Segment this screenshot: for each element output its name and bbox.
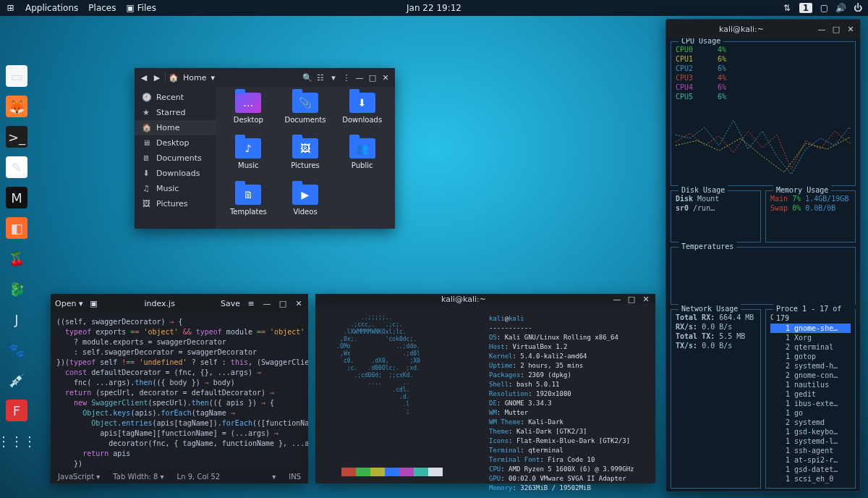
sidebar-item-home[interactable]: 🏠Home — [135, 120, 216, 135]
status-insert-mode[interactable]: INS — [289, 473, 301, 481]
menu-files[interactable]: ▣ Files — [126, 3, 156, 13]
gotop-minimize-button[interactable]: — — [817, 24, 827, 34]
folder-documents[interactable]: 📎Documents — [277, 93, 334, 137]
forward-button[interactable]: ▶ — [152, 72, 162, 83]
process-row[interactable]: 2systemd — [770, 418, 851, 427]
location-label[interactable]: Home — [183, 73, 206, 83]
new-tab-button[interactable]: ▣ — [88, 298, 98, 308]
gotop-close-button[interactable]: ✕ — [846, 24, 856, 34]
launcher-bettercap[interactable]: 🐾 — [6, 339, 27, 360]
sidebar-item-documents[interactable]: 🗎Documents — [135, 151, 216, 166]
process-row[interactable]: 1at-spi2-r… — [770, 455, 851, 465]
neofetch-row-uptime: Uptime: 2 hours, 35 mins — [489, 361, 648, 370]
activities-icon[interactable]: ⊞ — [6, 4, 15, 13]
neofetch-row-memory: Memory: 3263MiB / 19502MiB — [489, 484, 648, 492]
sidebar-item-desktop[interactable]: 🖥Desktop — [135, 135, 216, 151]
menu-applications[interactable]: Applications — [25, 3, 78, 13]
terminal-minimize-button[interactable]: — — [612, 294, 622, 304]
folder-pictures[interactable]: 🖼Pictures — [277, 138, 334, 182]
view-toggle-icon[interactable]: ☷ — [315, 72, 326, 83]
hamburger-icon[interactable]: ⋮ — [341, 72, 352, 83]
launcher-firefox[interactable]: 🦊 — [6, 96, 27, 117]
process-row[interactable]: 1ibus-exte… — [770, 399, 851, 408]
process-row[interactable]: 1go — [770, 408, 851, 418]
folder-templates[interactable]: 🗎Templates — [220, 185, 277, 229]
back-button[interactable]: ◀ — [139, 72, 149, 83]
process-row[interactable]: 1ssh-agent — [770, 446, 851, 455]
process-row[interactable]: 2systemd-h… — [770, 361, 851, 371]
memory-row: Main 7% 1.4GB/19GB — [770, 194, 851, 203]
folder-videos[interactable]: ▶Videos — [277, 185, 334, 229]
home-icon[interactable]: 🏠 — [169, 73, 179, 83]
launcher-burpsuite[interactable]: ◧ — [6, 217, 27, 239]
workspace-indicator[interactable]: 1 — [799, 3, 812, 13]
launcher-cherrytree[interactable]: 🍒 — [6, 248, 27, 269]
clock[interactable]: Jan 22 19:12 — [407, 3, 461, 13]
path-dropdown-icon[interactable]: ▾ — [210, 73, 215, 83]
editor-code-area[interactable]: ((self, swaggerDecorator) ⇒ { typeof exp… — [51, 313, 308, 469]
process-row[interactable]: 1gsd-datet… — [770, 465, 851, 474]
open-button[interactable]: Open ▾ — [55, 299, 82, 308]
launcher-metasploit[interactable]: M — [6, 187, 27, 208]
launcher-terminal[interactable]: >_ — [6, 126, 27, 148]
folder-icon: 🖼 — [292, 138, 318, 159]
cpu-row: CPU34% — [676, 73, 851, 83]
sidebar-item-label: Starred — [156, 108, 185, 117]
minimize-button[interactable]: — — [354, 72, 365, 83]
gotop-maximize-button[interactable]: □ — [831, 24, 841, 34]
launcher-editor[interactable]: ✎ — [6, 156, 27, 178]
process-row[interactable]: 2qterminal — [770, 342, 851, 352]
folder-public[interactable]: 👥Public — [333, 138, 391, 182]
launcher-files[interactable]: ▭ — [6, 65, 27, 87]
process-row[interactable]: 1scsi_eh_0 — [770, 474, 851, 484]
process-panel-label: Proce 1 - 17 of 179 — [773, 304, 855, 323]
process-row[interactable]: 1gedit — [770, 389, 851, 399]
launcher-john[interactable]: J — [6, 308, 27, 330]
terminal-close-button[interactable]: ✕ — [641, 294, 651, 304]
view-dropdown-icon[interactable]: ▾ — [328, 72, 339, 83]
launcher-ghidra[interactable]: 🐉 — [6, 278, 27, 300]
folder-label: Public — [352, 161, 373, 169]
neofetch-row-terminal: Terminal: qterminal — [489, 446, 648, 455]
sidebar-item-downloads[interactable]: ⬇Downloads — [135, 166, 216, 181]
process-row[interactable]: 1gnome-she… — [770, 324, 851, 333]
launcher-ffuf[interactable]: F — [6, 400, 27, 421]
editor-hamburger-icon[interactable]: ≡ — [246, 298, 256, 308]
search-icon[interactable]: 🔍 — [302, 72, 312, 83]
neofetch-row-de: DE: GNOME 3.34.3 — [489, 399, 648, 408]
screen-icon[interactable]: ▢ — [820, 4, 829, 13]
launcher-apps[interactable]: ⋮⋮⋮ — [6, 430, 27, 452]
process-row[interactable]: 1Xorg — [770, 333, 851, 342]
editor-close-button[interactable]: ✕ — [294, 298, 304, 308]
status-language[interactable]: JavaScript ▾ — [58, 473, 100, 481]
launcher-sqlmap[interactable]: 💉 — [6, 369, 27, 391]
save-button[interactable]: Save — [221, 299, 240, 308]
network-icon[interactable]: ⇅ — [783, 4, 792, 13]
process-table[interactable]: 1gnome-she…1Xorg2qterminal1gotop2systemd… — [770, 324, 851, 484]
neofetch-ascii-art: ..;;;;;.. .;ccc,. .;c;. .lXWMMMMWNKOxl;l… — [323, 314, 489, 492]
process-row[interactable]: 1nautilus — [770, 380, 851, 389]
sidebar-item-starred[interactable]: ★Starred — [135, 105, 216, 120]
terminal-title: kali@kali:~ — [320, 295, 608, 304]
sidebar-item-recent[interactable]: 🕘Recent — [135, 90, 216, 105]
status-dropdown[interactable]: ▾ — [272, 473, 276, 481]
process-row[interactable]: 1gsd-keybo… — [770, 427, 851, 436]
folder-downloads[interactable]: ⬇Downloads — [333, 93, 391, 137]
home-icon: 🏠 — [142, 123, 150, 132]
process-row[interactable]: 1systemd-l… — [770, 436, 851, 446]
sidebar-item-music[interactable]: ♫Music — [135, 181, 216, 196]
folder-desktop[interactable]: …Desktop — [220, 93, 277, 137]
maximize-button[interactable]: □ — [367, 72, 378, 83]
folder-music[interactable]: ♪Music — [220, 138, 277, 182]
editor-maximize-button[interactable]: □ — [278, 298, 288, 308]
menu-places[interactable]: Places — [88, 3, 116, 13]
volume-icon[interactable]: 🔊 — [836, 4, 846, 13]
process-row[interactable]: 1gotop — [770, 352, 851, 361]
process-row[interactable]: 2gnome-con… — [770, 371, 851, 380]
power-icon[interactable]: ⏻ — [853, 4, 862, 13]
editor-minimize-button[interactable]: — — [262, 298, 272, 308]
sidebar-item-pictures[interactable]: 🖼Pictures — [135, 196, 216, 211]
status-tabwidth[interactable]: Tab Width: 8 ▾ — [113, 473, 163, 481]
close-button[interactable]: ✕ — [380, 72, 391, 83]
terminal-maximize-button[interactable]: □ — [626, 294, 637, 304]
